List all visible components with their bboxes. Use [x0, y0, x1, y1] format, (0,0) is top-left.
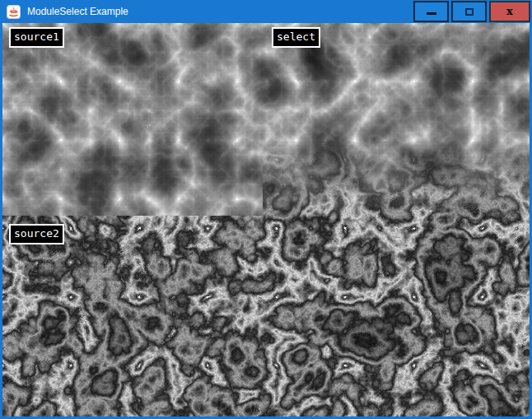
render-canvas: source1 select source2 [2, 23, 530, 417]
source2-label: source2 [9, 224, 64, 244]
minimize-icon [427, 12, 436, 15]
source1-image [2, 23, 263, 216]
select-label: select [272, 27, 320, 48]
window-title: ModuleSelect Example [27, 6, 128, 17]
close-icon: x [506, 6, 513, 16]
maximize-icon [465, 8, 474, 16]
maximize-button[interactable] [451, 1, 487, 22]
java-coffee-cup-icon[interactable] [7, 5, 21, 19]
window-controls: x [413, 0, 530, 23]
titlebar[interactable]: ModuleSelect Example x [0, 0, 532, 23]
source1-label: source1 [9, 27, 64, 48]
close-button[interactable]: x [489, 1, 530, 22]
minimize-button[interactable] [413, 1, 449, 22]
app-window: ModuleSelect Example x [0, 0, 532, 419]
